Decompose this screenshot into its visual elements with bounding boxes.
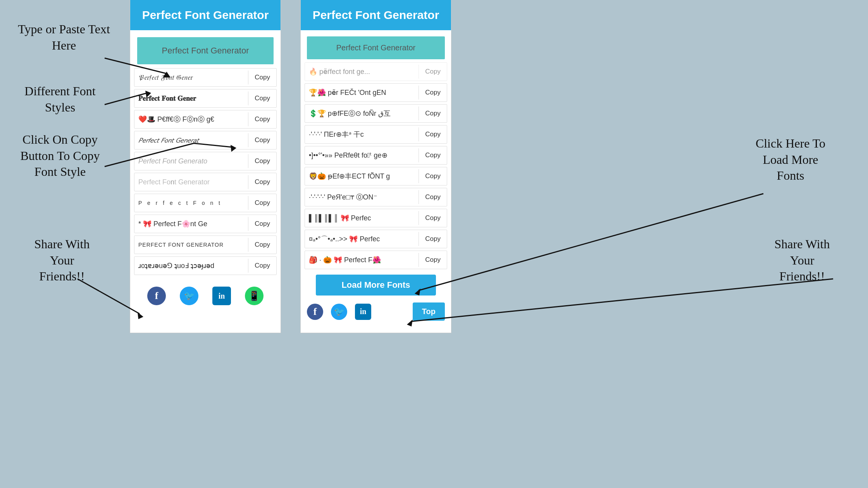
font-text: perfect font generator [134, 239, 248, 251]
linkedin-icon-right[interactable]: in [355, 304, 371, 320]
font-text: 🎒 · 🎃 🎀 Perfect F🌺 [305, 253, 418, 267]
text-input-area[interactable]: Perfect Font Generator [137, 37, 274, 64]
copy-button[interactable]: Copy [418, 232, 447, 246]
bottom-bar-right: f 🐦 in Top [301, 299, 451, 325]
copy-button[interactable]: Copy [248, 217, 276, 231]
font-row: 💲🏆 p⊕fFE⓪⊙ foÑr ق互 Copy [305, 104, 447, 123]
copy-button[interactable]: Copy [418, 127, 447, 141]
font-row: 🦁🎃 ᵽEf⊕丰ECT fÕNT g Copy [305, 167, 447, 186]
top-button[interactable]: Top [413, 302, 445, 321]
copy-button[interactable]: Copy [418, 107, 447, 120]
svg-line-9 [418, 194, 763, 290]
font-text: 🏆🌺 pẽr FEČt 'Ont gEN [305, 85, 418, 100]
annotation-share-left: Share WithYourFriends!! [12, 236, 112, 285]
right-input-text: Perfect Font Generator [336, 43, 416, 52]
font-text: P e r f e c t F o n t [134, 197, 248, 209]
font-text: 𝘗𝘦𝘳𝘧𝘦𝘤𝘵 𝘍𝘰𝘯𝘵 𝘎𝘦𝘯𝘦𝘳𝘢𝘵 [134, 133, 248, 148]
copy-button[interactable]: Copy [248, 70, 276, 84]
font-row: ·'·'·'·' ΠEr⊕丰ᵃ 干c Copy [305, 125, 447, 144]
annotation-load-more: Click Here ToLoad MoreFonts [732, 136, 849, 184]
font-row: ▌║▌║▌║ 🎀 Perfec Copy [305, 209, 447, 227]
right-panel: Perfect Font Generator Perfect Font Gene… [300, 0, 451, 333]
font-row: P e r f e c t F o n t Copy [134, 194, 277, 212]
left-panel-header: Perfect Font Generator [130, 0, 281, 30]
copy-button[interactable]: Copy [248, 154, 276, 168]
font-row: ❤️🎩 P€ff€⓪ F⓪n⓪ g€ Copy [134, 110, 277, 129]
facebook-icon-right[interactable]: f [307, 304, 323, 320]
copy-button[interactable]: Copy [418, 65, 447, 79]
copy-button[interactable]: Copy [418, 190, 447, 204]
font-row: 𝘗𝘦𝘳𝘧𝘦𝘤𝘵 𝘍𝘰𝘯𝘵 𝘎𝘦𝘯𝘦𝘳𝘢𝘵 Copy [134, 131, 277, 149]
svg-line-11 [411, 279, 833, 321]
font-list-left: 𝔓𝔢𝔯𝔣𝔢𝔠𝔱 𝔉𝔬𝔫𝔱 𝔊𝔢𝔫𝔢𝔯 Copy 𝐏𝐞𝐫𝐟𝐞𝐜𝐭 𝐅𝐨𝐧𝐭 𝐆𝐞𝐧… [130, 68, 281, 275]
left-panel: Perfect Font Generator Perfect Font Gene… [130, 0, 281, 333]
input-text: Perfect Font Generator [162, 46, 249, 55]
facebook-icon[interactable]: f [147, 287, 166, 305]
font-text: ·'·'·'·'·' PeЯ'e□ᴛ ⓪ON⁻ [305, 189, 418, 205]
copy-button[interactable]: Copy [418, 148, 447, 162]
font-row: ɹoʇɐɹǝuǝ⅁ ʇuoℲ ʇɔǝɟɹǝd Copy [134, 256, 277, 275]
font-text: •]••°'•»» PeRfeθt fo᷊ᵗ ge⊕ [305, 148, 418, 163]
copy-button[interactable]: Copy [248, 259, 276, 273]
font-row: ¤ₐ•°⌒•ₐ•..>> 🎀 Perfec Copy [305, 230, 447, 248]
annotation-diff-fonts: Different FontStyles [6, 83, 114, 115]
font-text: ɹoʇɐɹǝuǝ⅁ ʇuoℲ ʇɔǝɟɹǝd [134, 258, 248, 273]
font-text: 🔥 pẽŕfect font ge... [305, 64, 418, 79]
annotation-type-paste: Type or Paste TextHere [10, 21, 118, 53]
font-row: ·'·'·'·'·' PeЯ'e□ᴛ ⓪ON⁻ Copy [305, 188, 447, 206]
social-bar-left: f 🐦 in 📱 [130, 280, 281, 309]
load-more-button[interactable]: Load More Fonts [316, 275, 436, 296]
copy-button[interactable]: Copy [418, 211, 447, 225]
twitter-icon[interactable]: 🐦 [180, 287, 198, 305]
font-row: 𝔓𝔢𝔯𝔣𝔢𝔠𝔱 𝔉𝔬𝔫𝔱 𝔊𝔢𝔫𝔢𝔯 Copy [134, 68, 277, 87]
font-text: ¤ₐ•°⌒•ₐ•..>> 🎀 Perfec [305, 231, 418, 247]
annotation-click-copy: Click On CopyButton To CopyFont Style [4, 132, 116, 180]
copy-button[interactable]: Copy [418, 169, 447, 183]
font-row: perfect font generator Copy [134, 235, 277, 254]
whatsapp-icon[interactable]: 📱 [245, 287, 264, 305]
font-text: Perfect Font Generator [134, 175, 248, 189]
font-text: 🦁🎃 ᵽEf⊕丰ECT fÕNT g [305, 168, 418, 184]
font-list-right: 🔥 pẽŕfect font ge... Copy 🏆🌺 pẽr FEČt 'O… [301, 62, 451, 269]
social-bar-right: f 🐦 in [307, 304, 371, 320]
left-panel-title: Perfect Font Generator [142, 9, 269, 21]
right-input-area[interactable]: Perfect Font Generator [307, 36, 445, 59]
twitter-icon-right[interactable]: 🐦 [331, 304, 347, 320]
font-row: 🎒 · 🎃 🎀 Perfect F🌺 Copy [305, 251, 447, 269]
font-text: * 🎀 Perfect F🌸nt Ge [134, 217, 248, 231]
font-text: 💲🏆 p⊕fFE⓪⊙ foÑr ق互 [305, 106, 418, 121]
copy-button[interactable]: Copy [248, 112, 276, 126]
copy-button[interactable]: Copy [248, 175, 276, 189]
font-row: •]••°'•»» PeRfeθt fo᷊ᵗ ge⊕ Copy [305, 146, 447, 165]
copy-button[interactable]: Copy [248, 238, 276, 252]
font-text: 𝔓𝔢𝔯𝔣𝔢𝔠𝔱 𝔉𝔬𝔫𝔱 𝔊𝔢𝔫𝔢𝔯 [134, 70, 248, 85]
font-row: Perfect Font Generator Copy [134, 173, 277, 191]
copy-button[interactable]: Copy [418, 253, 447, 267]
copy-button[interactable]: Copy [248, 133, 276, 147]
font-text: 𝐏𝐞𝐫𝐟𝐞𝐜𝐭 𝐅𝐨𝐧𝐭 𝐆𝐞𝐧𝐞𝐫 [134, 91, 248, 106]
font-text: Perfect Font Generato [134, 154, 248, 168]
font-text: ▌║▌║▌║ 🎀 Perfec [305, 211, 418, 225]
font-row: Perfect Font Generato Copy [134, 152, 277, 170]
copy-button[interactable]: Copy [248, 91, 276, 105]
linkedin-icon[interactable]: in [212, 287, 231, 305]
right-panel-title: Perfect Font Generator [313, 9, 439, 21]
font-row: 𝐏𝐞𝐫𝐟𝐞𝐜𝐭 𝐅𝐨𝐧𝐭 𝐆𝐞𝐧𝐞𝐫 Copy [134, 89, 277, 108]
copy-button[interactable]: Copy [418, 86, 447, 100]
font-text: ·'·'·'·' ΠEr⊕丰ᵃ 干c [305, 127, 418, 142]
right-panel-header: Perfect Font Generator [301, 0, 451, 30]
copy-button[interactable]: Copy [248, 196, 276, 210]
font-row: 🔥 pẽŕfect font ge... Copy [305, 62, 447, 81]
font-row: * 🎀 Perfect F🌸nt Ge Copy [134, 215, 277, 233]
annotation-share-right: Share WithYourFriends!! [748, 236, 856, 285]
font-text: ❤️🎩 P€ff€⓪ F⓪n⓪ g€ [134, 112, 248, 127]
font-row: 🏆🌺 pẽr FEČt 'Ont gEN Copy [305, 83, 447, 102]
